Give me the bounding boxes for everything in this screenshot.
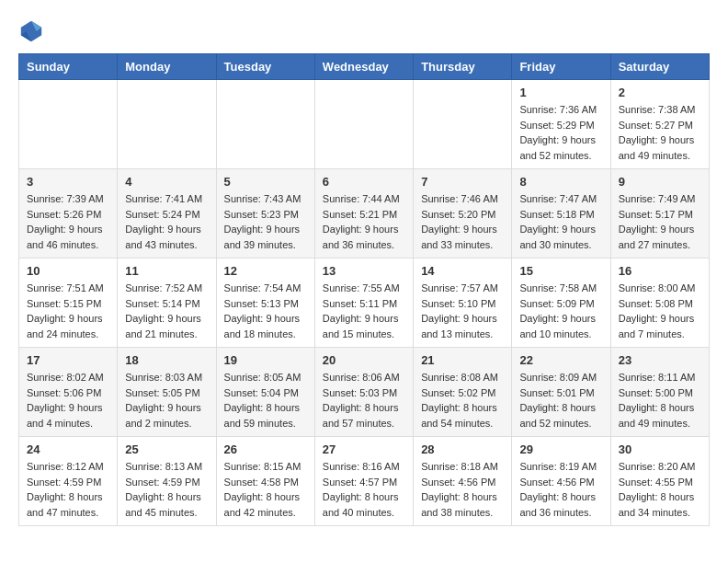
day-info: Sunrise: 8:00 AM Sunset: 5:08 PM Dayligh… (619, 281, 701, 341)
calendar-cell: 26Sunrise: 8:15 AM Sunset: 4:58 PM Dayli… (216, 437, 314, 526)
calendar-cell: 21Sunrise: 8:08 AM Sunset: 5:02 PM Dayli… (414, 348, 512, 437)
day-info: Sunrise: 7:39 AM Sunset: 5:26 PM Dayligh… (27, 191, 109, 252)
day-number: 9 (619, 175, 701, 189)
calendar-header-row: SundayMondayTuesdayWednesdayThursdayFrid… (19, 54, 710, 80)
day-info: Sunrise: 8:15 AM Sunset: 4:58 PM Dayligh… (224, 459, 307, 520)
day-number: 29 (519, 442, 602, 456)
day-number: 16 (619, 264, 701, 278)
day-info: Sunrise: 8:20 AM Sunset: 4:55 PM Dayligh… (619, 459, 701, 520)
logo-icon (18, 18, 44, 44)
day-info: Sunrise: 8:03 AM Sunset: 5:05 PM Dayligh… (125, 370, 208, 431)
day-number: 21 (421, 353, 504, 367)
day-info: Sunrise: 7:44 AM Sunset: 5:21 PM Dayligh… (323, 191, 405, 252)
calendar-cell: 24Sunrise: 8:12 AM Sunset: 4:59 PM Dayli… (19, 437, 118, 526)
day-info: Sunrise: 8:09 AM Sunset: 5:01 PM Dayligh… (519, 370, 602, 431)
calendar-cell: 8Sunrise: 7:47 AM Sunset: 5:18 PM Daylig… (512, 169, 610, 259)
day-number: 5 (224, 175, 307, 189)
day-info: Sunrise: 8:16 AM Sunset: 4:57 PM Dayligh… (323, 459, 405, 520)
day-info: Sunrise: 7:49 AM Sunset: 5:17 PM Dayligh… (619, 191, 701, 252)
day-info: Sunrise: 8:12 AM Sunset: 4:59 PM Dayligh… (27, 459, 109, 520)
calendar-cell: 12Sunrise: 7:54 AM Sunset: 5:13 PM Dayli… (216, 259, 314, 348)
day-number: 12 (224, 264, 307, 278)
calendar-cell: 13Sunrise: 7:55 AM Sunset: 5:11 PM Dayli… (314, 259, 413, 348)
calendar-cell: 30Sunrise: 8:20 AM Sunset: 4:55 PM Dayli… (610, 437, 709, 526)
calendar-cell: 18Sunrise: 8:03 AM Sunset: 5:05 PM Dayli… (118, 348, 216, 437)
day-number: 6 (323, 175, 405, 189)
day-info: Sunrise: 7:57 AM Sunset: 5:10 PM Dayligh… (421, 281, 504, 341)
page-header (18, 18, 710, 44)
day-info: Sunrise: 7:58 AM Sunset: 5:09 PM Dayligh… (519, 281, 602, 341)
calendar-cell (216, 80, 314, 169)
calendar-cell: 23Sunrise: 8:11 AM Sunset: 5:00 PM Dayli… (610, 348, 709, 437)
day-number: 25 (125, 442, 208, 456)
day-info: Sunrise: 7:36 AM Sunset: 5:29 PM Dayligh… (519, 102, 602, 163)
day-number: 11 (125, 264, 208, 278)
calendar-week-row: 10Sunrise: 7:51 AM Sunset: 5:15 PM Dayli… (19, 259, 710, 348)
calendar-cell: 10Sunrise: 7:51 AM Sunset: 5:15 PM Dayli… (19, 259, 118, 348)
day-info: Sunrise: 8:05 AM Sunset: 5:04 PM Dayligh… (224, 370, 307, 431)
col-header-thursday: Thursday (414, 54, 512, 80)
svg-marker-0 (21, 21, 41, 41)
day-number: 17 (27, 353, 109, 367)
day-number: 22 (519, 353, 602, 367)
calendar-cell: 25Sunrise: 8:13 AM Sunset: 4:59 PM Dayli… (118, 437, 216, 526)
day-number: 20 (323, 353, 405, 367)
day-info: Sunrise: 7:41 AM Sunset: 5:24 PM Dayligh… (125, 191, 208, 252)
calendar-cell: 9Sunrise: 7:49 AM Sunset: 5:17 PM Daylig… (610, 169, 709, 259)
calendar-cell: 11Sunrise: 7:52 AM Sunset: 5:14 PM Dayli… (118, 259, 216, 348)
calendar-cell: 4Sunrise: 7:41 AM Sunset: 5:24 PM Daylig… (118, 169, 216, 259)
day-info: Sunrise: 7:52 AM Sunset: 5:14 PM Dayligh… (125, 281, 208, 341)
calendar-cell: 20Sunrise: 8:06 AM Sunset: 5:03 PM Dayli… (314, 348, 413, 437)
day-number: 3 (27, 175, 109, 189)
calendar-cell (19, 80, 118, 169)
calendar: SundayMondayTuesdayWednesdayThursdayFrid… (18, 53, 710, 526)
calendar-cell: 29Sunrise: 8:19 AM Sunset: 4:56 PM Dayli… (512, 437, 610, 526)
day-info: Sunrise: 8:19 AM Sunset: 4:56 PM Dayligh… (519, 459, 602, 520)
day-info: Sunrise: 8:02 AM Sunset: 5:06 PM Dayligh… (27, 370, 109, 431)
day-number: 24 (27, 442, 109, 456)
calendar-cell: 7Sunrise: 7:46 AM Sunset: 5:20 PM Daylig… (414, 169, 512, 259)
calendar-cell: 3Sunrise: 7:39 AM Sunset: 5:26 PM Daylig… (19, 169, 118, 259)
day-info: Sunrise: 8:11 AM Sunset: 5:00 PM Dayligh… (619, 370, 701, 431)
day-number: 27 (323, 442, 405, 456)
day-number: 10 (27, 264, 109, 278)
day-info: Sunrise: 7:54 AM Sunset: 5:13 PM Dayligh… (224, 281, 307, 341)
day-number: 4 (125, 175, 208, 189)
day-number: 19 (224, 353, 307, 367)
calendar-cell: 27Sunrise: 8:16 AM Sunset: 4:57 PM Dayli… (314, 437, 413, 526)
day-number: 14 (421, 264, 504, 278)
calendar-cell: 19Sunrise: 8:05 AM Sunset: 5:04 PM Dayli… (216, 348, 314, 437)
calendar-week-row: 3Sunrise: 7:39 AM Sunset: 5:26 PM Daylig… (19, 169, 710, 259)
col-header-friday: Friday (512, 54, 610, 80)
day-number: 2 (619, 86, 701, 99)
day-info: Sunrise: 7:43 AM Sunset: 5:23 PM Dayligh… (224, 191, 307, 252)
calendar-cell: 28Sunrise: 8:18 AM Sunset: 4:56 PM Dayli… (414, 437, 512, 526)
col-header-saturday: Saturday (610, 54, 709, 80)
calendar-cell: 22Sunrise: 8:09 AM Sunset: 5:01 PM Dayli… (512, 348, 610, 437)
calendar-cell: 1Sunrise: 7:36 AM Sunset: 5:29 PM Daylig… (512, 80, 610, 169)
day-info: Sunrise: 8:08 AM Sunset: 5:02 PM Dayligh… (421, 370, 504, 431)
day-number: 7 (421, 175, 504, 189)
logo (18, 18, 48, 44)
day-info: Sunrise: 7:51 AM Sunset: 5:15 PM Dayligh… (27, 281, 109, 341)
day-number: 28 (421, 442, 504, 456)
day-info: Sunrise: 8:18 AM Sunset: 4:56 PM Dayligh… (421, 459, 504, 520)
calendar-week-row: 17Sunrise: 8:02 AM Sunset: 5:06 PM Dayli… (19, 348, 710, 437)
col-header-sunday: Sunday (19, 54, 118, 80)
calendar-cell (314, 80, 413, 169)
day-number: 30 (619, 442, 701, 456)
day-info: Sunrise: 8:13 AM Sunset: 4:59 PM Dayligh… (125, 459, 208, 520)
day-number: 23 (619, 353, 701, 367)
calendar-cell: 14Sunrise: 7:57 AM Sunset: 5:10 PM Dayli… (414, 259, 512, 348)
day-number: 18 (125, 353, 208, 367)
day-info: Sunrise: 7:55 AM Sunset: 5:11 PM Dayligh… (323, 281, 405, 341)
day-number: 13 (323, 264, 405, 278)
col-header-monday: Monday (118, 54, 216, 80)
day-info: Sunrise: 7:47 AM Sunset: 5:18 PM Dayligh… (519, 191, 602, 252)
day-info: Sunrise: 8:06 AM Sunset: 5:03 PM Dayligh… (323, 370, 405, 431)
day-number: 26 (224, 442, 307, 456)
calendar-cell: 5Sunrise: 7:43 AM Sunset: 5:23 PM Daylig… (216, 169, 314, 259)
calendar-cell: 6Sunrise: 7:44 AM Sunset: 5:21 PM Daylig… (314, 169, 413, 259)
day-info: Sunrise: 7:46 AM Sunset: 5:20 PM Dayligh… (421, 191, 504, 252)
col-header-tuesday: Tuesday (216, 54, 314, 80)
